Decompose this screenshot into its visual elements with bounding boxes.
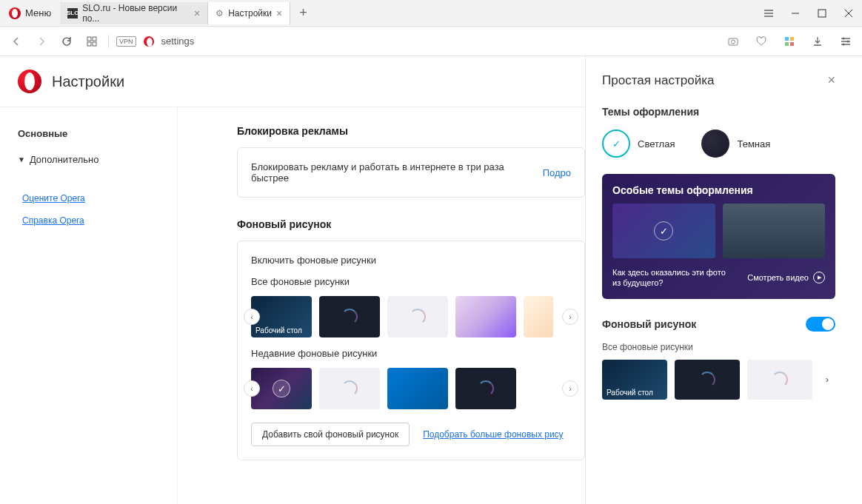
address-bar[interactable]: settings xyxy=(161,36,717,47)
all-wallpapers-row: ‹ Рабочий стол › xyxy=(251,296,571,337)
promo-question: Как здесь оказались эти фото из будущего… xyxy=(612,267,731,289)
wallpaper-thumb[interactable] xyxy=(455,368,516,409)
wallpaper-thumb[interactable] xyxy=(319,296,380,337)
menu-button[interactable]: Меню xyxy=(0,0,60,26)
extensions-icon[interactable] xyxy=(781,33,798,50)
close-icon[interactable]: × xyxy=(827,73,835,88)
svg-point-11 xyxy=(843,37,845,39)
close-icon[interactable]: × xyxy=(276,7,282,19)
section-title: Блокировка рекламы xyxy=(237,125,585,137)
tab-label: Настройки xyxy=(228,8,272,19)
vpn-badge[interactable]: VPN xyxy=(116,36,136,47)
loading-spinner-icon xyxy=(341,380,358,397)
promo-theme-city[interactable]: ✓ xyxy=(612,204,715,258)
add-wallpaper-button[interactable]: Добавить свой фоновый рисунок xyxy=(251,423,410,446)
sidebar-link-help[interactable]: Справка Opera xyxy=(0,209,177,232)
section-title: Фоновый рисунок xyxy=(237,218,585,230)
svg-rect-2 xyxy=(93,37,96,41)
svg-rect-10 xyxy=(790,42,794,46)
chevron-right-icon[interactable]: › xyxy=(820,372,835,387)
wallpaper-thumb[interactable] xyxy=(387,368,448,409)
wallpaper-thumb-desktop[interactable]: Рабочий стол xyxy=(251,296,312,337)
sidebar-item-advanced[interactable]: ▼ Дополнительно xyxy=(0,147,177,172)
loading-spinner-icon xyxy=(699,372,715,388)
window-controls xyxy=(755,0,862,27)
back-button[interactable] xyxy=(7,33,25,50)
settings-main: Блокировка рекламы Блокировать рекламу и… xyxy=(178,107,585,504)
download-icon[interactable] xyxy=(809,33,826,50)
more-wallpapers-link[interactable]: Подобрать больше фоновых рису xyxy=(423,429,563,440)
promo-title: Особые темы оформления xyxy=(612,184,825,196)
new-tab-button[interactable]: + xyxy=(290,5,316,21)
speed-dial-icon[interactable] xyxy=(83,33,101,50)
close-button[interactable] xyxy=(835,0,862,27)
titlebar: Меню SLO SLO.ru - Новые версии по... × ⚙… xyxy=(0,0,862,27)
tab-label: SLO.ru - Новые версии по... xyxy=(82,3,190,24)
minimize-button[interactable] xyxy=(782,0,809,27)
reload-button[interactable] xyxy=(58,33,76,50)
easy-setup-panel: Простая настройка × Темы оформления ✓ Св… xyxy=(585,56,852,504)
wallpaper-thumb-desktop[interactable]: Рабочий стол xyxy=(602,360,667,400)
special-themes-promo: Особые темы оформления ✓ Как здесь оказа… xyxy=(602,174,835,299)
maximize-button[interactable] xyxy=(809,0,835,27)
opera-logo-icon xyxy=(9,7,21,19)
adblock-text: Блокировать рекламу и работать в интерне… xyxy=(251,161,540,184)
wallpaper-thumb[interactable] xyxy=(387,296,448,337)
recent-wallpapers-label: Недавние фоновые рисунки xyxy=(251,348,571,359)
snapshot-icon[interactable] xyxy=(724,33,742,50)
chevron-right-icon[interactable]: › xyxy=(562,380,578,397)
tab-settings[interactable]: ⚙ Настройки × xyxy=(208,2,290,24)
close-icon[interactable]: × xyxy=(194,7,200,19)
chevron-right-icon[interactable]: › xyxy=(562,309,578,325)
sidebar-item-basic[interactable]: Основные xyxy=(0,121,177,147)
theme-label: Темная xyxy=(737,138,770,149)
wallpaper-toggle[interactable] xyxy=(806,317,835,332)
promo-theme-fog[interactable] xyxy=(723,204,826,258)
watch-video-link[interactable]: Смотреть видео ▶ xyxy=(747,272,825,283)
loading-spinner-icon xyxy=(341,309,358,325)
theme-selector: ✓ Светлая Темная xyxy=(602,130,835,158)
themes-title: Темы оформления xyxy=(602,106,835,118)
content: Настройки Основные ▼ Дополнительно Оцени… xyxy=(0,56,862,504)
theme-dark-icon xyxy=(701,130,729,158)
svg-point-6 xyxy=(732,40,735,44)
section-adblock: Блокировка рекламы Блокировать рекламу и… xyxy=(237,125,585,198)
svg-point-12 xyxy=(847,40,849,42)
easy-setup-icon[interactable] xyxy=(837,33,855,50)
heart-icon[interactable] xyxy=(752,33,770,50)
wallpaper-thumb-selected[interactable]: ✓ xyxy=(251,368,312,409)
wallpaper-thumb[interactable] xyxy=(455,296,516,337)
all-wallpapers-label: Все фоновые рисунки xyxy=(251,276,571,287)
adblock-card: Блокировать рекламу и работать в интерне… xyxy=(237,147,585,198)
panel-all-wallpapers-label: Все фоновые рисунки xyxy=(602,342,835,352)
favicon-icon: SLO xyxy=(67,8,78,19)
settings-header: Настройки xyxy=(0,56,585,107)
chevron-left-icon[interactable]: ‹ xyxy=(244,380,260,397)
theme-light[interactable]: ✓ Светлая xyxy=(602,130,675,158)
section-wallpaper: Фоновый рисунок Включить фоновые рисунки… xyxy=(237,218,585,460)
thumb-label: Рабочий стол xyxy=(607,389,663,397)
easy-setup-icon[interactable] xyxy=(755,0,782,27)
enable-wallpaper-row[interactable]: Включить фоновые рисунки xyxy=(251,255,571,266)
theme-dark[interactable]: Темная xyxy=(701,130,770,158)
video-label: Смотреть видео xyxy=(747,273,809,282)
tab-slo[interactable]: SLO SLO.ru - Новые версии по... × xyxy=(60,2,208,24)
sidebar-item-label: Дополнительно xyxy=(30,154,99,165)
wallpaper-thumb[interactable] xyxy=(319,368,380,409)
check-icon: ✓ xyxy=(654,221,673,241)
forward-button[interactable] xyxy=(33,33,50,50)
site-identity-icon[interactable] xyxy=(144,36,154,47)
sidebar: Основные ▼ Дополнительно Оцените Opera С… xyxy=(0,107,178,504)
wallpaper-thumb[interactable] xyxy=(675,360,740,400)
opera-logo-icon xyxy=(18,70,41,93)
sidebar-link-rate[interactable]: Оцените Opera xyxy=(0,187,177,209)
wallpaper-thumb[interactable] xyxy=(524,296,553,337)
gear-icon: ⚙ xyxy=(216,8,224,19)
chevron-left-icon[interactable]: ‹ xyxy=(244,309,260,325)
check-icon: ✓ xyxy=(602,130,630,158)
check-icon: ✓ xyxy=(273,380,290,397)
wallpaper-thumb[interactable] xyxy=(747,360,812,400)
svg-point-13 xyxy=(843,43,845,45)
loading-spinner-icon xyxy=(772,372,788,388)
adblock-link[interactable]: Подро xyxy=(543,167,571,178)
